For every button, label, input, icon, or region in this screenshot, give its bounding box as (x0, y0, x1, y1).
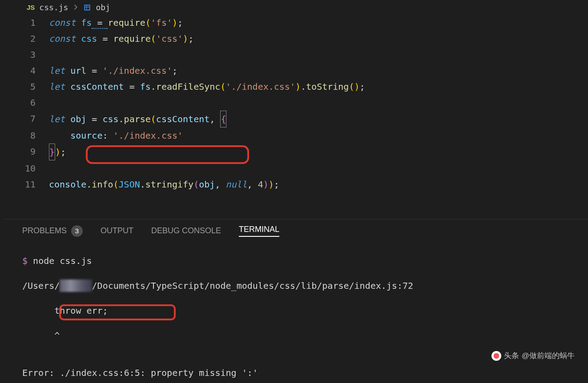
line-number: 7 (0, 111, 49, 127)
watermark-icon (491, 351, 501, 361)
redacted-username: xxxxxx (60, 279, 92, 292)
line-number: 5 (0, 79, 49, 95)
panel-tabs: PROBLEMS 3 OUTPUT DEBUG CONSOLE TERMINAL (0, 219, 588, 242)
problems-count-badge: 3 (71, 225, 83, 237)
tab-problems[interactable]: PROBLEMS 3 (22, 225, 83, 237)
code-line[interactable]: 4 let url = './index.css'; (0, 63, 588, 79)
code-line[interactable]: 2 const css = require('css'); (0, 31, 588, 47)
breadcrumb: JS css.js obj (0, 0, 588, 15)
line-number: 8 (0, 128, 49, 144)
tab-label: OUTPUT (101, 226, 133, 235)
annotation-highlight (59, 304, 176, 320)
annotation-highlight (86, 145, 249, 164)
tab-terminal[interactable]: TERMINAL (239, 225, 279, 237)
line-number: 3 (0, 47, 49, 63)
line-number: 9 (0, 144, 49, 160)
code-line[interactable]: 8 source: './index.css' (0, 128, 588, 144)
breadcrumb-file[interactable]: css.js (39, 3, 68, 12)
line-number: 2 (0, 31, 49, 47)
tab-label: TERMINAL (239, 225, 279, 234)
terminal-output[interactable]: $ node css.js /Users/xxxxxx/Documents/Ty… (0, 242, 588, 383)
error-location: ./index.css:6:5: (60, 367, 145, 378)
tab-output[interactable]: OUTPUT (101, 226, 133, 235)
symbol-object-icon (83, 4, 91, 12)
line-number: 4 (0, 63, 49, 79)
code-line[interactable]: 7 let obj = css.parse(cssContent, { (0, 111, 588, 128)
line-number: 11 (0, 176, 49, 192)
line-number: 10 (0, 160, 49, 176)
tab-debug-console[interactable]: DEBUG CONSOLE (151, 226, 221, 235)
code-editor[interactable]: 1 const fs = require('fs'); 2 const css … (0, 15, 588, 219)
watermark: 头条@做前端的蜗牛 (491, 351, 575, 361)
svg-rect-0 (85, 5, 90, 10)
code-line[interactable]: 5 let cssContent = fs.readFileSync('./in… (0, 79, 588, 95)
tab-label: DEBUG CONSOLE (151, 226, 221, 235)
chevron-right-icon (72, 3, 79, 12)
code-line[interactable]: 11 console.info(JSON.stringify(obj, null… (0, 176, 588, 192)
code-line[interactable]: 3 (0, 47, 588, 63)
line-number: 1 (0, 15, 49, 31)
code-line[interactable]: 1 const fs = require('fs'); (0, 15, 588, 31)
js-file-icon: JS (27, 4, 35, 11)
line-number: 6 (0, 95, 49, 111)
breadcrumb-symbol[interactable]: obj (96, 3, 110, 12)
tab-label: PROBLEMS (22, 226, 67, 235)
code-line[interactable]: 6 (0, 95, 588, 111)
terminal-prompt: $ (22, 255, 28, 266)
